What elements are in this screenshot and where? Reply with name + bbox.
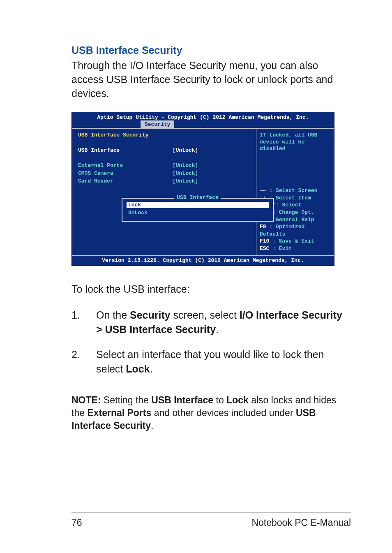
bios-row-usb-interface-label: USB Interface [78,147,173,153]
bios-row-usb-interface-value: [UnLock] [173,147,198,153]
bios-footer: Version 2.15.1226. Copyright (C) 2012 Am… [72,256,334,266]
note-block: NOTE: Setting the USB Interface to Lock … [71,388,351,438]
bios-row-cmos-camera-value: [UnLock] [173,170,198,176]
section-heading: USB Interface Security [71,44,351,56]
bios-tab-security: Security [141,120,174,128]
bios-row-external-ports-value: [UnLock] [173,162,198,169]
page-number: 76 [71,517,82,528]
intro-text: Through the I/O Interface Security menu,… [71,59,351,100]
step-2: Select an interface that you would like … [71,347,351,376]
bios-screenshot: Aptio Setup Utility - Copyright (C) 2012… [71,112,334,266]
bios-popup-title: USB Interface [174,194,221,201]
bios-row-external-ports-label: External Ports [78,162,173,169]
bios-header: Aptio Setup Utility - Copyright (C) 2012… [72,113,334,120]
steps-list: On the Security screen, select I/O Inter… [71,308,351,376]
footer-title: Notebook PC E-Manual [251,517,351,528]
bios-popup-option-unlock: UnLock [127,210,269,216]
bios-row-card-reader-label: Card Reader [78,178,173,184]
bios-help-text: If Locked, all USB device will be disabl… [260,132,330,152]
lock-lead: To lock the USB interface: [71,282,351,296]
bios-popup-option-lock: Lock [127,202,269,208]
bios-row-card-reader-value: [UnLock] [173,178,198,184]
step-1: On the Security screen, select I/O Inter… [71,308,351,337]
bios-row-cmos-camera-label: CMOS Camera [78,170,173,176]
bios-popup: USB Interface Lock UnLock [122,198,274,222]
bios-section-title: USB Interface Security [78,132,149,138]
